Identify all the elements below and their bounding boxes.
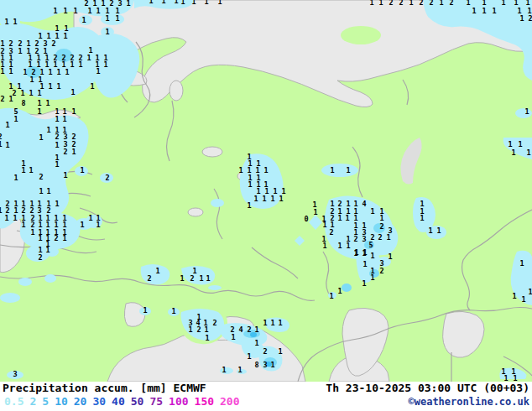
precip-value: 1 — [503, 374, 508, 382]
precip-value: 1 — [270, 319, 274, 327]
precip-value: 1 — [472, 7, 476, 15]
precip-value: 2 — [51, 39, 55, 48]
precip-value: 1 — [278, 319, 282, 327]
precip-value: 1 — [512, 292, 516, 300]
precip-value: 1 — [155, 267, 159, 275]
precip-value: 1 — [354, 248, 358, 257]
precip-value: 1 — [29, 166, 33, 174]
precip-value: 1 — [149, 0, 153, 5]
precip-value: 1 — [420, 214, 424, 222]
precip-value: 1 — [96, 67, 100, 75]
precip-value: 1 — [501, 0, 505, 7]
precip-value: 2 — [0, 95, 4, 103]
precip-value: 1 — [388, 252, 392, 261]
legend-value-0.5: 0.5 — [4, 395, 23, 408]
precip-value: 1 — [362, 260, 367, 268]
precip-value: 1 — [513, 374, 517, 382]
precip-value: 1 — [511, 148, 515, 157]
precip-value: 1 — [524, 107, 529, 116]
precip-value: 2 — [38, 253, 42, 262]
precip-value: 0 — [304, 215, 308, 223]
precip-value: 1 — [217, 0, 222, 6]
precip-value: 1 — [30, 228, 34, 237]
precip-value: 1 — [370, 252, 374, 260]
precip-value: 1 — [270, 195, 274, 203]
precip-value: 1 — [48, 82, 52, 91]
precip-value: 1 — [21, 221, 25, 229]
precip-value: 1 — [39, 187, 43, 195]
precip-value: 1 — [370, 207, 374, 216]
precip-value: 1 — [519, 14, 524, 23]
small-lake — [188, 208, 203, 216]
precip-value: 1 — [18, 47, 22, 55]
precip-value: 1 — [329, 292, 333, 300]
precip-value: 1 — [70, 60, 74, 69]
precip-value: 2 — [55, 133, 59, 141]
precip-value: 1 — [362, 279, 366, 288]
precip-value: 1 — [322, 221, 326, 229]
legend-value-150: 150 — [195, 395, 214, 408]
precip-value: 1 — [346, 242, 350, 250]
precip-value: 1 — [63, 171, 67, 179]
precip-value: 1 — [20, 89, 24, 97]
precip-value: 1 — [37, 107, 41, 116]
precip-value: 1 — [362, 248, 367, 257]
precip-value: 1 — [378, 0, 383, 7]
precip-value: 1 — [29, 75, 34, 84]
precip-value: 2 — [429, 0, 433, 7]
precip-value: 1 — [45, 99, 50, 107]
precip-value: 1 — [126, 0, 130, 8]
map-title: Precipitation accum. [mm] ECMWF — [3, 382, 206, 394]
legend-value-40: 40 — [112, 395, 125, 408]
precip-value: 1 — [204, 325, 208, 334]
precip-value: 1 — [46, 126, 50, 134]
precip-value: 1 — [55, 200, 59, 208]
precip-value: 1 — [63, 32, 67, 40]
precip-value: 1 — [78, 60, 82, 69]
precip-value: 1 — [263, 319, 267, 327]
lake-onega — [170, 81, 183, 101]
precip-value: 1 — [345, 214, 349, 222]
precip-value: 2 — [196, 325, 201, 334]
precip-value: 4 — [362, 200, 366, 208]
precip-value: 1 — [5, 121, 9, 129]
precip-value: 1 — [337, 287, 342, 295]
precip-value: 1 — [55, 160, 59, 169]
precip-value: 1 — [96, 7, 100, 15]
legend-value-100: 100 — [169, 395, 188, 408]
footer-bar: Precipitation accum. [mm] ECMWF 0.525102… — [0, 382, 532, 411]
precip-value: 1 — [105, 28, 109, 36]
precip-value: 1 — [13, 115, 18, 123]
precip-value: 1 — [428, 226, 432, 235]
legend-value-2: 2 — [29, 395, 36, 408]
precip-value: 2 — [353, 235, 357, 243]
precip-value: 1 — [263, 166, 268, 174]
precip-value: 1 — [237, 366, 242, 374]
precip-value: 1 — [482, 0, 486, 7]
precip-value: 1 — [96, 221, 100, 229]
map-canvas: 1111111211231111111111111111111112212322… — [0, 0, 532, 382]
precip-value: 1 — [254, 325, 258, 334]
precip-value: 8 — [254, 361, 258, 369]
precip-value: 2 — [212, 319, 216, 327]
precip-value: 1 — [90, 82, 94, 91]
precip-value: 1 — [238, 166, 243, 174]
precip-value: 1 — [80, 166, 84, 174]
precip-value: 2 — [378, 233, 382, 242]
precip-value: 2 — [147, 274, 151, 283]
precip-value: 1 — [191, 0, 196, 6]
precip-value: 1 — [13, 174, 18, 182]
precip-value: 2 — [109, 0, 113, 8]
precip-value: 1 — [439, 0, 443, 7]
precip-value: 1 — [55, 115, 59, 123]
precip-value: 1 — [70, 88, 75, 96]
precip-value: 1 — [322, 242, 326, 250]
precip-value: 3 — [13, 370, 17, 378]
precip-value: 1 — [46, 187, 50, 195]
precip-value: 1 — [0, 140, 3, 148]
precip-value: 1 — [369, 0, 373, 7]
precip-value: 1 — [0, 67, 4, 75]
legend-value-30: 30 — [92, 395, 106, 408]
precip-value: 1 — [519, 259, 524, 268]
legend-value-10: 10 — [55, 395, 68, 408]
